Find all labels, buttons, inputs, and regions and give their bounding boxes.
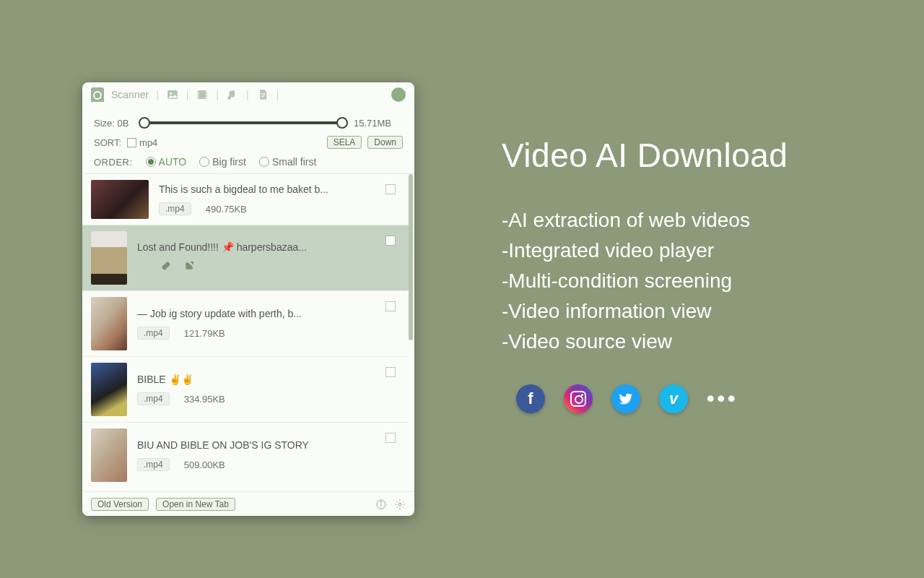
- thumbnail: [91, 180, 149, 219]
- panel-topbar: Scanner | | | | |: [82, 82, 414, 107]
- item-meta: .mp4121.79KB: [137, 327, 400, 340]
- panel-footer: Old Version Open in New Tab: [82, 491, 414, 516]
- promo-bullet: -Integrated video player: [502, 236, 788, 266]
- document-filter-icon[interactable]: [256, 88, 269, 101]
- item-meta: .mp4334.95KB: [137, 392, 400, 405]
- more-icon[interactable]: •••: [707, 387, 738, 411]
- item-ext: .mp4: [137, 458, 170, 471]
- promo-bullet: -AI extraction of web videos: [502, 205, 788, 236]
- download-icon[interactable]: [137, 260, 149, 275]
- order-big-first-radio[interactable]: Big first: [199, 156, 246, 168]
- promo-bullet: -Multi-condition screening: [502, 266, 788, 296]
- item-size: 121.79KB: [184, 328, 225, 339]
- item-ext: .mp4: [159, 202, 191, 215]
- size-range-slider[interactable]: [139, 116, 348, 130]
- settings-icon[interactable]: [394, 499, 406, 510]
- item-checkbox[interactable]: [385, 367, 396, 377]
- item-size: 509.00KB: [184, 460, 225, 470]
- list-scrollbar[interactable]: [409, 174, 413, 491]
- item-checkbox[interactable]: [385, 301, 396, 311]
- app-name: Scanner: [111, 89, 149, 100]
- twitter-icon[interactable]: [611, 384, 640, 413]
- svg-point-7: [380, 501, 381, 502]
- svg-rect-3: [198, 90, 199, 99]
- download-button[interactable]: Down: [367, 136, 403, 149]
- svg-point-8: [398, 503, 401, 506]
- download-all-button[interactable]: [391, 87, 406, 102]
- thumbnail: [91, 231, 127, 285]
- audio-filter-icon[interactable]: [226, 88, 239, 101]
- order-small-first-radio[interactable]: Small first: [259, 156, 316, 168]
- list-item[interactable]: BIU AND BIBLE ON JOB'S IG STORY.mp4509.0…: [82, 422, 409, 488]
- item-title: This is such a bigdeal to me baket b...: [159, 184, 400, 195]
- sort-mp4-checkbox[interactable]: mp4: [127, 137, 157, 148]
- item-checkbox[interactable]: [385, 236, 396, 246]
- list-item[interactable]: — Job ig story update with perth, b....m…: [82, 290, 409, 356]
- thumbnail: [91, 363, 127, 416]
- image-filter-icon[interactable]: [166, 88, 179, 101]
- item-meta: .mp4509.00KB: [137, 458, 400, 471]
- select-all-button[interactable]: SELA: [327, 136, 362, 149]
- list-item[interactable]: Lost and Found!!!! 📌 harpersbazaa...: [82, 225, 409, 290]
- size-max-label: 15.71MB: [354, 118, 403, 129]
- scanner-panel: Scanner | | | | | Size: 0B 15.71MB: [82, 82, 414, 516]
- item-checkbox[interactable]: [385, 184, 396, 194]
- list-item[interactable]: This is such a bigdeal to me baket b....…: [82, 174, 409, 225]
- item-ext: .mp4: [137, 327, 170, 340]
- results-list: This is such a bigdeal to me baket b....…: [82, 173, 414, 491]
- item-size: 334.95KB: [184, 394, 225, 405]
- svg-rect-4: [206, 90, 207, 99]
- vimeo-icon[interactable]: [659, 384, 688, 413]
- item-title: — Job ig story update with perth, b...: [137, 308, 400, 319]
- item-ext: .mp4: [137, 392, 170, 405]
- item-size: 490.75KB: [206, 204, 247, 215]
- sort-label: SORT:: [94, 137, 121, 148]
- item-actions: [137, 260, 400, 275]
- promo-bullet: -Video source view: [502, 327, 788, 357]
- item-title: Lost and Found!!!! 📌 harpersbazaa...: [137, 241, 400, 253]
- list-item[interactable]: BIBLE ✌️✌️.mp4334.95KB: [82, 356, 409, 422]
- facebook-icon[interactable]: [516, 384, 545, 413]
- promo-bullets: -AI extraction of web videos -Integrated…: [502, 205, 788, 357]
- link-icon[interactable]: [160, 260, 172, 275]
- promo-bullet: -Video information view: [502, 296, 788, 327]
- old-version-button[interactable]: Old Version: [91, 498, 149, 511]
- order-label: ORDER:: [94, 157, 133, 168]
- thumbnail: [91, 297, 127, 350]
- item-checkbox[interactable]: [385, 433, 396, 443]
- promo-title: Video AI Download: [502, 136, 788, 175]
- info-icon[interactable]: [375, 499, 387, 510]
- app-logo-icon: [91, 87, 104, 102]
- item-title: BIU AND BIBLE ON JOB'S IG STORY: [137, 439, 400, 451]
- size-min-label: Size: 0B: [94, 118, 133, 129]
- open-new-tab-button[interactable]: Open in New Tab: [156, 498, 235, 511]
- item-title: BIBLE ✌️✌️: [137, 374, 400, 385]
- svg-point-1: [170, 92, 172, 95]
- share-icon[interactable]: [183, 260, 195, 275]
- video-filter-icon[interactable]: [196, 88, 209, 101]
- thumbnail: [91, 428, 127, 482]
- item-meta: .mp4490.75KB: [159, 202, 400, 215]
- order-auto-radio[interactable]: AUTO: [146, 156, 187, 168]
- instagram-icon[interactable]: [564, 384, 593, 413]
